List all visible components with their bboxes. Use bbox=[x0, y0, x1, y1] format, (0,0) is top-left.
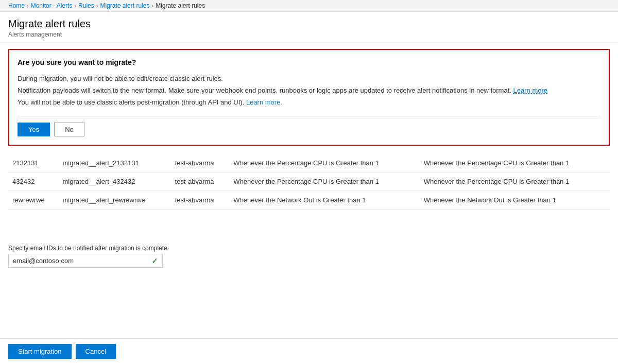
confirm-line-3-text: You will not be able to use classic aler… bbox=[18, 98, 246, 106]
breadcrumb-sep-3: › bbox=[96, 3, 98, 9]
page-header: Migrate alert rules Alerts management bbox=[0, 12, 618, 43]
confirm-title: Are you sure you want to migrate? bbox=[18, 58, 600, 66]
table-cell: 2132131 bbox=[8, 154, 59, 172]
no-button[interactable]: No bbox=[54, 123, 84, 136]
learn-more-link-2[interactable]: Learn more. bbox=[246, 98, 282, 106]
cancel-button[interactable]: Cancel bbox=[76, 344, 116, 359]
confirm-line-2: Notification payloads will switch to the… bbox=[18, 85, 600, 96]
check-icon: ✓ bbox=[147, 256, 162, 266]
breadcrumb-monitor-alerts[interactable]: Monitor - Alerts bbox=[31, 2, 73, 9]
learn-more-link-1[interactable]: Learn more bbox=[513, 86, 547, 94]
email-input-wrap: ✓ bbox=[8, 254, 163, 268]
table-cell: Whenever the Network Out is Greater than… bbox=[420, 191, 610, 210]
email-section: Specify email IDs to be notified after m… bbox=[0, 245, 618, 268]
breadcrumb-rules[interactable]: Rules bbox=[78, 2, 94, 9]
table-row: rewrewrwemigrated__alert_rewrewrwetest-a… bbox=[8, 191, 610, 210]
breadcrumb-sep-4: › bbox=[151, 3, 153, 9]
table-cell: test-abvarma bbox=[171, 154, 230, 172]
yes-button[interactable]: Yes bbox=[18, 123, 50, 136]
email-label: Specify email IDs to be notified after m… bbox=[8, 245, 610, 252]
table-cell: Whenever the Percentage CPU is Greater t… bbox=[229, 172, 419, 191]
confirm-line-1: During migration, you will not be able t… bbox=[18, 74, 600, 84]
email-input[interactable] bbox=[9, 254, 147, 267]
start-migration-button[interactable]: Start migration bbox=[8, 344, 72, 359]
breadcrumb-sep-1: › bbox=[27, 3, 29, 9]
table-cell: Whenever the Percentage CPU is Greater t… bbox=[420, 172, 610, 191]
breadcrumb-migrate-alert-rules[interactable]: Migrate alert rules bbox=[100, 2, 149, 9]
confirm-divider bbox=[18, 116, 600, 116]
table-row: 2132131migrated__alert_2132131test-abvar… bbox=[8, 154, 610, 172]
breadcrumb-sep-2: › bbox=[74, 3, 76, 9]
table-cell: Whenever the Percentage CPU is Greater t… bbox=[420, 154, 610, 172]
table-cell: migrated__alert_rewrewrwe bbox=[59, 191, 171, 210]
table-cell: migrated__alert_432432 bbox=[59, 172, 171, 191]
rules-table: 2132131migrated__alert_2132131test-abvar… bbox=[8, 154, 610, 210]
breadcrumb-current: Migrate alert rules bbox=[156, 2, 205, 9]
table-cell: test-abvarma bbox=[171, 172, 230, 191]
confirm-line-2-text: Notification payloads will switch to the… bbox=[18, 86, 513, 94]
page-subtitle: Alerts management bbox=[8, 31, 610, 38]
footer-bar: Start migration Cancel bbox=[0, 338, 618, 364]
table-cell: migrated__alert_2132131 bbox=[59, 154, 171, 172]
confirm-buttons: Yes No bbox=[18, 123, 600, 136]
confirm-line-3: You will not be able to use classic aler… bbox=[18, 97, 600, 108]
confirm-box: Are you sure you want to migrate? During… bbox=[8, 49, 610, 146]
main-content: Are you sure you want to migrate? During… bbox=[0, 43, 618, 228]
breadcrumb-home[interactable]: Home bbox=[8, 2, 25, 9]
page-title: Migrate alert rules bbox=[8, 18, 610, 30]
table-cell: Whenever the Network Out is Greater than… bbox=[229, 191, 419, 210]
table-cell: Whenever the Percentage CPU is Greater t… bbox=[229, 154, 419, 172]
table-cell: test-abvarma bbox=[171, 191, 230, 210]
table-row: 432432migrated__alert_432432test-abvarma… bbox=[8, 172, 610, 191]
breadcrumb: Home › Monitor - Alerts › Rules › Migrat… bbox=[0, 0, 618, 12]
confirm-body: During migration, you will not be able t… bbox=[18, 74, 600, 108]
table-cell: 432432 bbox=[8, 172, 59, 191]
table-cell: rewrewrwe bbox=[8, 191, 59, 210]
